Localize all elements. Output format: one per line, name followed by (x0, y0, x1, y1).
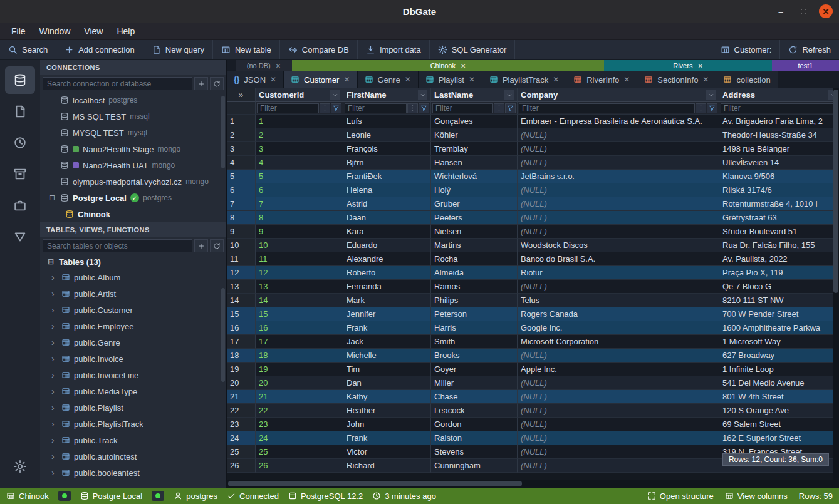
tables-group-row[interactable]: ⊟ Tables (13) (40, 254, 226, 269)
cell-last_name[interactable]: Gonçalves (431, 115, 518, 128)
filter-funnel-button[interactable] (707, 103, 717, 113)
chevron-right-icon[interactable]: › (51, 289, 58, 299)
tab-json[interactable]: {}JSON✕ (227, 71, 284, 88)
tab-genre[interactable]: Genre✕ (358, 71, 419, 88)
toolbar-button-new-query[interactable]: New query (143, 40, 213, 59)
cell-last_name[interactable]: Ralston (431, 431, 518, 445)
cell-last_name[interactable]: Martins (431, 239, 518, 252)
status-item-chinook[interactable]: Chinook (6, 491, 49, 501)
close-button[interactable]: ✕ (819, 4, 833, 18)
filter-menu-button[interactable] (320, 103, 330, 113)
table-row[interactable]: 44BjřrnHansen(NULL)Ullevĺlsveien 14 (227, 156, 833, 170)
cell-first_name[interactable]: Bjřrn (343, 156, 431, 170)
column-header-lastname[interactable]: LastName (431, 88, 518, 102)
collapse-icon[interactable]: ⊟ (46, 257, 55, 266)
cell-customer_id[interactable]: 18 (256, 349, 343, 363)
cell-company[interactable]: (NULL) (518, 431, 719, 445)
status-item-connected[interactable]: Connected (227, 491, 279, 501)
sidebar-item-filters[interactable] (5, 223, 35, 250)
cell-address[interactable]: Klanova 9/506 (719, 170, 833, 183)
cell-customer_id[interactable]: 13 (256, 280, 343, 294)
cell-company[interactable]: Apple Inc. (518, 363, 719, 376)
cell-company[interactable]: (NULL) (518, 142, 719, 156)
maximize-button[interactable] (796, 4, 810, 18)
cell-company[interactable]: Embraer - Empresa Brasileira de Aeronáut… (518, 115, 719, 128)
toolbar-button-compare-db[interactable]: Compare DB (280, 40, 358, 59)
cell-last_name[interactable]: Peeters (431, 211, 518, 225)
table-item-public-album[interactable]: ›public.Album (40, 269, 226, 285)
database-group-tab-rivers[interactable]: Rivers✕ (604, 60, 772, 71)
connection-item-olympus-medportal-vychozi-cz[interactable]: olympus-medportal.vychozi.czmongo (40, 173, 226, 190)
connection-item-nano2health-uat[interactable]: Nano2Health UATmongo (40, 157, 226, 173)
cell-customer_id[interactable]: 6 (256, 183, 343, 197)
vertical-scrollbar-thumb[interactable] (833, 90, 838, 293)
cell-last_name[interactable]: Tremblay (431, 142, 518, 156)
cell-customer_id[interactable]: 9 (256, 225, 343, 239)
tab-playlist[interactable]: Playlist✕ (419, 71, 482, 88)
close-icon[interactable]: ✕ (461, 63, 466, 69)
cell-address[interactable]: 541 Del Medio Avenue (719, 376, 833, 390)
table-row[interactable]: 2222HeatherLeacock(NULL)120 S Orange Ave (227, 404, 833, 418)
table-row[interactable]: 1717JackSmithMicrosoft Corporation1 Micr… (227, 335, 833, 349)
tables-scrollbar[interactable] (221, 288, 225, 382)
cell-first_name[interactable]: Leonie (343, 128, 431, 142)
cell-address[interactable]: Qe 7 Bloco G (719, 280, 833, 294)
cell-company[interactable]: (NULL) (518, 390, 719, 404)
toolbar-button-new-table[interactable]: New table (213, 40, 280, 59)
cell-address[interactable]: 1498 rue Bélanger (719, 142, 833, 156)
refresh-connections-button[interactable] (210, 77, 224, 90)
cell-first_name[interactable]: Eduardo (343, 239, 431, 252)
cell-company[interactable]: (NULL) (518, 418, 719, 431)
cell-address[interactable]: 69 Salem Street (719, 418, 833, 431)
cell-last_name[interactable]: Stevens (431, 445, 518, 459)
table-item-public-autoinctest[interactable]: ›public.autoinctest (40, 448, 226, 465)
table-item-public-playlisttrack[interactable]: ›public.PlaylistTrack (40, 416, 226, 432)
connection-item-mysql-test[interactable]: MYSQL TESTmysql (40, 125, 226, 141)
cell-last_name[interactable]: Ramos (431, 280, 518, 294)
status-item-postgres[interactable]: postgres (174, 491, 217, 501)
toolbar-button-search[interactable]: Search (0, 40, 56, 59)
sidebar-item-plugins[interactable] (5, 192, 35, 219)
cell-first_name[interactable]: Victor (343, 445, 431, 459)
menu-window[interactable]: Window (33, 24, 77, 38)
horizontal-scrollbar-thumb[interactable] (228, 481, 522, 486)
cell-company[interactable]: Telus (518, 294, 719, 307)
filter-input-lastname[interactable] (432, 103, 493, 113)
cell-address[interactable]: Ullevĺlsveien 14 (719, 156, 833, 170)
sidebar-item-archive[interactable] (5, 160, 35, 188)
chevron-right-icon[interactable]: › (51, 419, 58, 429)
cell-company[interactable]: (NULL) (518, 445, 719, 459)
chevron-right-icon[interactable]: › (51, 468, 58, 478)
minimize-button[interactable]: – (774, 4, 788, 18)
sidebar-item-files[interactable] (5, 98, 35, 125)
cell-address[interactable]: 1 Infinite Loop (719, 363, 833, 376)
cell-customer_id[interactable]: 22 (256, 404, 343, 418)
cell-last_name[interactable]: Peterson (431, 307, 518, 321)
cell-company[interactable]: Microsoft Corporation (518, 335, 719, 349)
cell-last_name[interactable]: Brooks (431, 349, 518, 363)
cell-company[interactable]: JetBrains s.r.o. (518, 170, 719, 183)
filter-menu-button[interactable] (407, 103, 418, 113)
connections-scrollbar[interactable] (221, 96, 225, 168)
chevron-right-icon[interactable]: › (51, 451, 58, 461)
add-connection-mini-button[interactable] (194, 77, 208, 90)
cell-first_name[interactable]: Dan (343, 376, 431, 390)
column-header-address[interactable]: Address (719, 88, 833, 102)
connection-item-chinook[interactable]: Chinook (40, 206, 226, 222)
cell-company[interactable]: (NULL) (518, 156, 719, 170)
cell-last_name[interactable]: Harris (431, 321, 518, 335)
table-item-public-customer[interactable]: ›public.Customer (40, 302, 226, 318)
cell-last_name[interactable]: Goyer (431, 363, 518, 376)
cell-address[interactable]: 627 Broadway (719, 349, 833, 363)
cell-company[interactable]: (NULL) (518, 183, 719, 197)
column-header-customerid[interactable]: CustomerId (256, 88, 343, 102)
cell-company[interactable]: (NULL) (518, 349, 719, 363)
chevron-down-icon[interactable] (828, 90, 833, 100)
filter-input-company[interactable] (519, 103, 695, 113)
tab-riverinfo[interactable]: RiverInfo✕ (566, 71, 637, 88)
table-item-public-employee[interactable]: ›public.Employee (40, 318, 226, 334)
menu-help[interactable]: Help (110, 24, 141, 38)
cell-customer_id[interactable]: 16 (256, 321, 343, 335)
cell-last_name[interactable]: Köhler (431, 128, 518, 142)
cell-company[interactable]: (NULL) (518, 404, 719, 418)
